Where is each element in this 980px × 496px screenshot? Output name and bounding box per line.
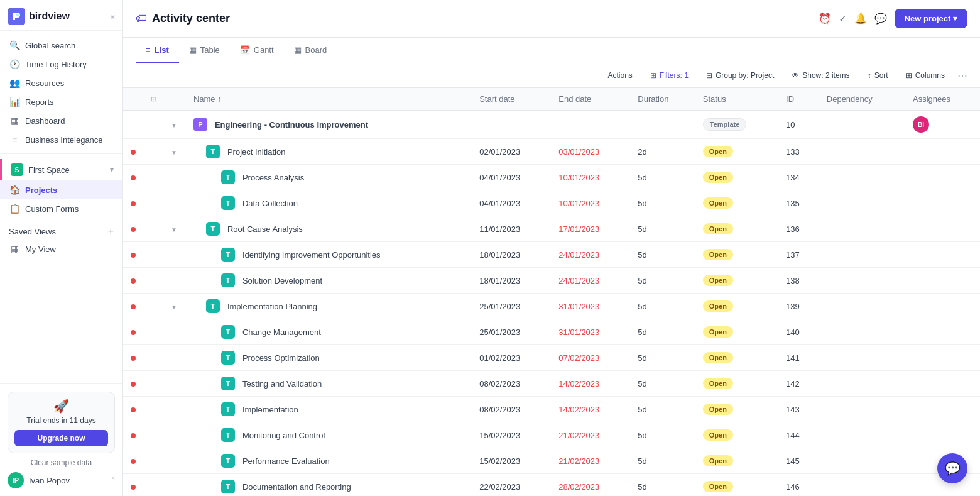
bell-icon[interactable]: 🔔 xyxy=(854,13,867,25)
sort-button[interactable]: ↕ Sort xyxy=(863,69,893,82)
tab-board[interactable]: ▦ Board xyxy=(284,38,337,63)
task-end-date: 10/01/2023 xyxy=(551,165,630,190)
message-icon[interactable]: 💬 xyxy=(874,13,887,25)
task-name[interactable]: Solution Development xyxy=(242,276,322,285)
task-name-cell: TProcess Analysis xyxy=(186,165,472,190)
tab-list[interactable]: ≡ List xyxy=(136,38,179,63)
sidebar-item-reports[interactable]: 📊 Reports xyxy=(0,92,122,111)
task-name-cell: TIdentifying Improvement Opportunities xyxy=(186,242,472,268)
task-duration: 5d xyxy=(630,345,695,371)
task-assignees xyxy=(905,422,980,448)
status-badge: Open xyxy=(703,300,733,312)
task-name[interactable]: Identifying Improvement Opportunities xyxy=(242,250,381,260)
expand-chevron[interactable]: ▼ xyxy=(171,226,177,233)
task-type-badge: T xyxy=(221,273,235,287)
expand-chevron[interactable]: ▼ xyxy=(171,122,177,129)
page-title: Activity center xyxy=(152,12,230,25)
sidebar-collapse-button[interactable]: « xyxy=(110,11,115,21)
task-name[interactable]: Engineering - Continuous Improvement xyxy=(215,120,368,130)
sidebar-header: birdview « xyxy=(0,0,122,31)
sidebar-item-global-search[interactable]: 🔍 Global search xyxy=(0,36,122,55)
group-by-button[interactable]: ⊟ Group by: Project xyxy=(701,69,779,82)
col-duration[interactable]: Duration xyxy=(630,88,695,111)
task-assignees: BI xyxy=(905,111,980,139)
add-saved-view-button[interactable]: + xyxy=(108,226,114,237)
actions-label: Actions xyxy=(608,71,633,80)
overdue-dot xyxy=(131,485,136,490)
task-name[interactable]: Monitoring and Control xyxy=(242,431,325,440)
task-end-date xyxy=(551,111,630,139)
expand-chevron[interactable]: ▼ xyxy=(171,304,177,311)
task-name[interactable]: Testing and Validation xyxy=(242,379,322,389)
tab-gantt[interactable]: 📅 Gantt xyxy=(230,38,284,63)
columns-button[interactable]: ⊞ Columns xyxy=(901,69,950,82)
collapse-cell xyxy=(143,165,163,190)
task-name[interactable]: Implementation Planning xyxy=(227,302,317,311)
more-options-button[interactable]: ⋯ xyxy=(957,70,967,82)
task-id: 133 xyxy=(778,139,819,165)
show-button[interactable]: 👁 Show: 2 items xyxy=(787,69,854,82)
row-indicator xyxy=(123,371,143,397)
sidebar-item-dashboard[interactable]: ▦ Dashboard xyxy=(0,111,122,130)
col-end-date[interactable]: End date xyxy=(551,88,630,111)
upgrade-button[interactable]: Upgrade now xyxy=(14,430,108,446)
task-name[interactable]: Process Analysis xyxy=(242,173,304,182)
task-name[interactable]: Project Initiation xyxy=(227,147,286,157)
actions-button[interactable]: Actions xyxy=(603,69,638,82)
col-start-date[interactable]: Start date xyxy=(472,88,551,111)
status-badge: Open xyxy=(703,326,733,338)
sidebar-item-projects[interactable]: 🏠 Projects xyxy=(0,180,122,199)
expand-chevron[interactable]: ▼ xyxy=(171,149,177,156)
task-assignees xyxy=(905,190,980,216)
overdue-dot xyxy=(131,253,136,258)
collapse-cell xyxy=(143,111,163,139)
svg-point-1 xyxy=(16,14,19,16)
task-name[interactable]: Data Collection xyxy=(242,199,298,208)
task-name[interactable]: Performance Evaluation xyxy=(242,456,330,466)
task-type-badge: T xyxy=(221,170,235,184)
tab-label: Board xyxy=(305,45,327,55)
row-indicator xyxy=(123,474,143,497)
sidebar-item-business[interactable]: ≡ Business Intelegance xyxy=(0,130,122,149)
view-icon: ▦ xyxy=(9,244,20,254)
row-indicator xyxy=(123,268,143,294)
task-start-date: 02/01/2023 xyxy=(472,139,551,165)
sidebar-item-custom-forms[interactable]: 📋 Custom Forms xyxy=(0,199,122,218)
check-icon[interactable]: ✓ xyxy=(839,13,847,25)
col-assignees[interactable]: Assignees xyxy=(905,88,980,111)
row-indicator xyxy=(123,111,143,139)
sidebar-item-time-log[interactable]: 🕐 Time Log History xyxy=(0,55,122,74)
user-profile[interactable]: IP Ivan Popov ^ xyxy=(8,472,115,488)
col-status[interactable]: Status xyxy=(695,88,778,111)
chat-fab-button[interactable]: 💬 xyxy=(937,453,967,483)
list-icon: ≡ xyxy=(9,135,20,145)
timer-icon[interactable]: ⏰ xyxy=(819,13,831,25)
task-name-cell: TTesting and Validation xyxy=(186,371,472,397)
logo: birdview xyxy=(8,8,70,25)
workspace-selector[interactable]: S First Space ▾ xyxy=(0,159,122,180)
task-name[interactable]: Root Cause Analysis xyxy=(227,224,303,234)
task-type-badge: T xyxy=(221,454,235,468)
sidebar-item-resources[interactable]: 👥 Resources xyxy=(0,74,122,92)
sidebar-item-label: My View xyxy=(25,245,56,254)
task-name[interactable]: Change Management xyxy=(242,328,321,337)
new-project-button[interactable]: New project ▾ xyxy=(895,9,967,28)
task-duration: 5d xyxy=(630,165,695,190)
sidebar-item-my-view[interactable]: ▦ My View xyxy=(0,240,122,258)
task-status: Open xyxy=(695,474,778,497)
col-dependency[interactable]: Dependency xyxy=(819,88,905,111)
task-name[interactable]: Implementation xyxy=(242,405,298,414)
col-collapse-all[interactable]: ⊡ xyxy=(143,88,163,111)
col-id[interactable]: ID xyxy=(778,88,819,111)
task-name[interactable]: Documentation and Reporting xyxy=(242,482,351,492)
task-name[interactable]: Process Optimization xyxy=(242,353,320,363)
filters-button[interactable]: ⊞ Filters: 1 xyxy=(645,69,694,82)
clear-sample-data-button[interactable]: Clear sample data xyxy=(8,458,115,467)
task-assignees xyxy=(905,165,980,190)
col-name[interactable]: Name ↑ xyxy=(186,88,472,111)
tab-table[interactable]: ▦ Table xyxy=(179,38,230,63)
overdue-dot xyxy=(131,150,136,155)
task-status: Open xyxy=(695,448,778,474)
overdue-dot xyxy=(131,227,136,232)
saved-views-label: Saved Views xyxy=(9,227,56,236)
